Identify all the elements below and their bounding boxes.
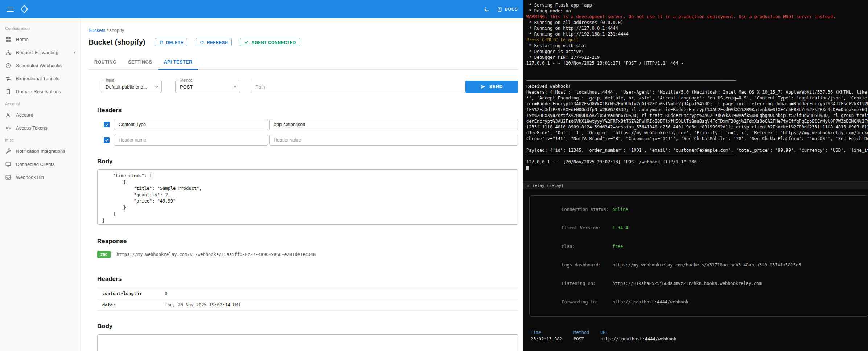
relay-event-method: POST: [573, 336, 600, 343]
tab-api-tester[interactable]: API TESTER: [158, 55, 198, 70]
path-input[interactable]: [251, 81, 465, 93]
wrench-icon: [5, 148, 11, 154]
send-button[interactable]: SEND: [465, 81, 518, 93]
sidebar-item-label: Account: [16, 112, 33, 118]
sidebar-item-home[interactable]: Home: [0, 33, 80, 46]
header-value-input[interactable]: [269, 119, 518, 130]
response-headers-heading: Headers: [97, 276, 518, 283]
docs-label: DOCS: [505, 7, 518, 11]
terminal-log-line: * Debugger is active!: [526, 49, 868, 54]
terminal-warning-line: WARNING: This is a development server. D…: [526, 14, 868, 20]
breadcrumb-buckets-link[interactable]: Buckets: [89, 28, 105, 33]
terminal-log-line: Payload: {'id': 12345, 'order_number': '…: [526, 147, 868, 153]
main-content: Buckets / shopify Bucket (shopify) DELET…: [81, 18, 523, 351]
terminal-tab-label[interactable]: relay (relay): [532, 183, 564, 188]
header-row: [104, 135, 518, 146]
relay-info-line: Forwarding to:http://localhost:4444/webh…: [535, 293, 862, 311]
terminal-log-line: * Running on all addresses (0.0.0.0): [526, 20, 868, 25]
response-header-name: date:: [102, 302, 165, 307]
request-headers-heading: Headers: [97, 107, 518, 114]
tab-settings[interactable]: SETTINGS: [122, 55, 158, 69]
relay-info-label: Connection status:: [561, 207, 612, 213]
sidebar-item-account[interactable]: Account: [0, 108, 80, 121]
clock-icon: [5, 62, 11, 69]
sidebar-item-label: Domain Reservations: [16, 89, 61, 94]
relay-info-label: Plan:: [561, 244, 612, 250]
sidebar-item-request-forwarding[interactable]: Request Forwarding ▾: [0, 46, 80, 59]
terminal-flask-pane[interactable]: * Serving Flask app 'app' * Debug mode: …: [523, 0, 868, 181]
relay-listening-url: https://01kaha8525j66da3mvz21rZhkn.hooks…: [612, 281, 762, 286]
terminal-log-line: * Debug mode: on: [526, 8, 868, 14]
relay-event-time: 23:02:13.982: [531, 336, 573, 343]
method-select[interactable]: Method POST: [175, 81, 240, 93]
relay-info-label: Forwarding to:: [561, 299, 612, 305]
devices-icon: [5, 161, 11, 167]
relay-info-line: Client Version:1.34.4: [535, 219, 862, 237]
terminal-blank-line: [526, 142, 868, 147]
header-row-checkbox[interactable]: [104, 137, 110, 143]
relay-table-header-method: Method: [573, 330, 600, 336]
header-name-input[interactable]: [114, 119, 268, 130]
chevron-down-icon: ▾: [74, 50, 76, 55]
relay-info-label: Logs dashboard:: [561, 262, 612, 268]
body-editor[interactable]: "line_items": [ { "title": "Sample Produ…: [97, 169, 518, 225]
relay-info-line: Connection status:online: [535, 200, 862, 219]
sidebar-item-bidirectional-tunnels[interactable]: Bidirectional Tunnels: [0, 72, 80, 85]
agent-connected-button[interactable]: AGENT CONNECTED: [240, 38, 300, 46]
header-name-input[interactable]: [114, 135, 268, 146]
sidebar-item-label: Home: [16, 37, 29, 42]
delete-button-label: DELETE: [166, 40, 184, 45]
sidebar-item-domain-reservations[interactable]: Domain Reservations: [0, 85, 80, 98]
terminal-window[interactable]: * Serving Flask app 'app' * Debug mode: …: [523, 0, 868, 351]
close-icon[interactable]: ✕: [527, 183, 530, 188]
bucket-tabs: ROUTING SETTINGS API TESTER: [89, 55, 518, 70]
status-badge: 200: [97, 251, 111, 258]
sidebar-item-label: Webhook Bin: [16, 175, 44, 180]
request-body-heading: Body: [97, 158, 518, 165]
sidebar-item-connected-clients[interactable]: Connected Clients: [0, 158, 80, 171]
dark-mode-icon[interactable]: [484, 6, 490, 12]
terminal-log-line: * Restarting with stat: [526, 43, 868, 49]
terminal-log-line: * Running on http://192.168.1.231:4444: [526, 31, 868, 37]
relay-info-line: Listening on:https://01kaha8525j66da3mvz…: [535, 274, 862, 293]
sidebar-item-label: Notification Integrations: [16, 148, 65, 154]
response-body-box: [97, 334, 518, 351]
terminal-relay-pane[interactable]: Connection status:online Client Version:…: [523, 189, 868, 351]
sidebar-item-access-tokens[interactable]: Access Tokens: [0, 121, 80, 134]
input-select-label: Input: [104, 78, 115, 82]
terminal-log-line: rer=RudderEncrypt%3AU2FsdGVkX18rW%2FnDUb…: [526, 101, 868, 107]
terminal-log-line: Chrome";v="141", "Not?A_Brand";v="8", "C…: [526, 136, 868, 142]
sidebar: Configuration Home Request Forwarding ▾ …: [0, 18, 81, 351]
relay-logs-dashboard-url: https://my.webhookrelay.com/buckets/a317…: [612, 262, 801, 268]
relay-connection-status: online: [612, 207, 628, 212]
header-row-checkbox[interactable]: [104, 122, 110, 127]
terminal-log-line: Received webhook!: [526, 83, 868, 89]
trash-icon: [159, 40, 164, 45]
terminal-log-line: 1FN%2Fa3dTPz9r0XFnFW0Oo3fpNrW2BVG78%3D; …: [526, 107, 868, 113]
app-topbar: DOCS: [0, 0, 523, 18]
docs-link[interactable]: DOCS: [497, 7, 518, 12]
sidebar-item-notification-integrations[interactable]: Notification Integrations: [0, 144, 80, 158]
sidebar-section-misc: Misc: [0, 134, 80, 144]
menu-icon[interactable]: [7, 7, 14, 12]
terminal-log-line: 127.0.0.1 - - [20/Nov/2025 23:02:13] "PO…: [526, 159, 868, 165]
terminal-log-line: * Debugger PIN: 277-612-219: [526, 54, 868, 60]
response-header-value: 0: [165, 291, 167, 296]
webhookrelay-logo-icon[interactable]: [20, 5, 29, 13]
header-value-input[interactable]: [269, 135, 518, 146]
refresh-button[interactable]: REFRESH: [196, 38, 232, 46]
relay-info-label: Listening on:: [561, 281, 612, 287]
send-button-label: SEND: [489, 84, 503, 89]
delete-button[interactable]: DELETE: [155, 38, 188, 46]
response-body-heading: Body: [97, 323, 518, 330]
response-headers-table: content-length: 0 date: Thu, 20 Nov 2025…: [97, 288, 518, 311]
input-select[interactable]: Input Default public end...: [101, 81, 162, 93]
sidebar-item-scheduled-webhooks[interactable]: Scheduled Webhooks: [0, 59, 80, 72]
sidebar-item-webhook-bin[interactable]: Webhook Bin: [0, 171, 80, 184]
checkmark-icon: [105, 138, 109, 142]
tab-routing[interactable]: ROUTING: [89, 55, 122, 69]
breadcrumb: Buckets / shopify: [89, 28, 518, 33]
method-select-label: Method: [179, 78, 194, 82]
inbox-icon: [5, 174, 11, 180]
relay-info-label: Client Version:: [561, 225, 612, 231]
